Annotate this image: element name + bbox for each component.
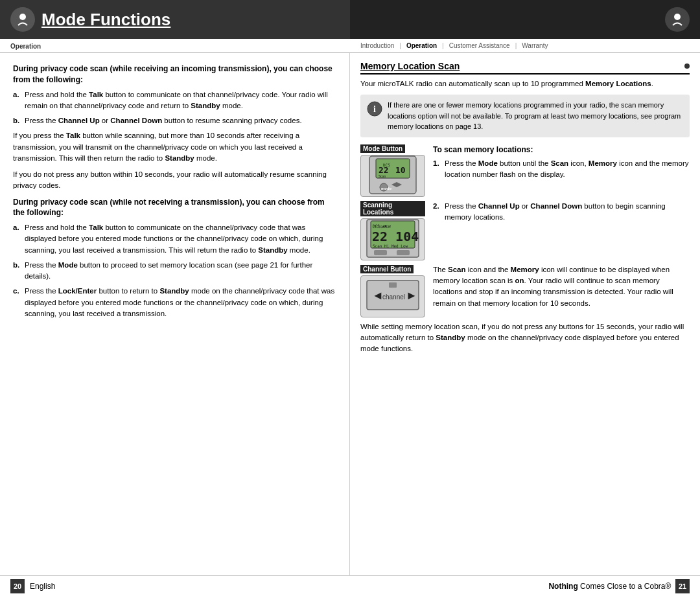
section-title-bar: Memory Location Scan (360, 61, 690, 74)
list-item-a2: a. Press and hold the Talk button to com… (13, 222, 336, 256)
right-column: Memory Location Scan Your microTALK radi… (350, 53, 700, 575)
svg-text:10: 10 (395, 165, 406, 175)
channel-button-image: ◄ channel ► (360, 275, 425, 317)
step-2-text: Press the Channel Up or Channel Down but… (445, 201, 690, 224)
header-right (350, 0, 700, 39)
list-item-c2: c. Press the Lock/Enter button to return… (13, 286, 336, 319)
svg-text:i: i (373, 104, 376, 114)
svg-point-1 (674, 14, 681, 20)
list-label-b2: b. (13, 260, 22, 282)
header-left: Mode Functions (0, 0, 350, 39)
step-2: 2. Press the Channel Up or Channel Down … (433, 201, 690, 224)
bold-heading-1: During privacy code scan (while receivin… (13, 63, 336, 86)
info-box-text: If there are one or fewer memory locatio… (388, 100, 683, 132)
page-number-left: 20 (10, 579, 25, 593)
list-label-c2: c. (13, 286, 22, 319)
step-1: 1. Press the Mode button until the Scan … (433, 158, 690, 181)
content-area: During privacy code scan (while receivin… (0, 53, 700, 575)
step2-text: 2. Press the Channel Up or Channel Down … (433, 201, 690, 260)
nav-warranty: Warranty (518, 42, 552, 49)
list-item-b1: b. Press the Channel Up or Channel Down … (13, 115, 336, 126)
nav-bar-right: Introduction | Operation | Customer Assi… (350, 42, 700, 49)
svg-rect-19 (397, 250, 410, 255)
scanning-device-col: Scanning Locations DCS ▲▼ ↕ CTCSS MEM 22… (360, 201, 425, 260)
list-label-a2: a. (13, 222, 22, 256)
svg-point-0 (19, 14, 26, 20)
scanning-locations-section: Scanning Locations DCS ▲▼ ↕ CTCSS MEM 22… (360, 201, 690, 260)
para-scan-on: The Scan icon and the Memory icon will c… (433, 264, 690, 309)
footer-tagline-bold: Nothing (548, 582, 578, 591)
list-item-a1: a. Press and hold the Talk button to com… (13, 89, 336, 112)
para-2: If you do not press any button within 10… (13, 169, 336, 192)
page-footer: 20 English Nothing Comes Close to a Cobr… (0, 575, 700, 596)
scanning-locations-image: DCS ▲▼ ↕ CTCSS MEM 22 104 Scan Hi Med Lo… (360, 218, 425, 260)
header-left-icon (10, 7, 35, 32)
footer-language: English (30, 582, 55, 591)
footer-tagline: Nothing Comes Close to a Cobra® (548, 582, 671, 591)
section-title: Memory Location Scan (360, 61, 460, 71)
nav-bar: Operation Introduction | Operation | Cus… (0, 39, 700, 53)
page-number-right: 21 (675, 579, 690, 593)
nav-label-left: Operation (10, 43, 41, 50)
svg-text:22 104: 22 104 (372, 229, 419, 244)
mode-button-image: DCS 22 10 Scan mode (360, 155, 425, 197)
header-title: Mode Functions (41, 10, 170, 30)
svg-text:channel: channel (382, 293, 405, 301)
list-text-c2: Press the Lock/Enter button to return to… (25, 286, 336, 319)
steps-heading: To scan memory locations: (433, 144, 690, 155)
list-text-a2: Press and hold the Talk button to commun… (25, 222, 336, 256)
info-box: i If there are one or fewer memory locat… (360, 95, 690, 137)
nav-operation: Operation (402, 42, 441, 49)
step-2-label: 2. (433, 201, 442, 224)
list-item-b2: b. Press the Mode button to proceed to s… (13, 260, 336, 282)
section-title-dot (684, 63, 690, 69)
channel-device-col: Channel Button ◄ channel ► (360, 264, 425, 317)
bold-heading-2: During privacy code scan (while not rece… (13, 197, 336, 219)
left-column: During privacy code scan (while receivin… (0, 53, 350, 575)
svg-text:Scan Hi Med Low: Scan Hi Med Low (373, 244, 408, 248)
mode-button-label: Mode Button (360, 144, 405, 153)
list-label-b1: b. (13, 115, 22, 126)
svg-rect-18 (374, 250, 387, 255)
list-text-b1: Press the Channel Up or Channel Down but… (25, 115, 336, 126)
svg-rect-24 (389, 282, 397, 288)
nav-bar-left: Operation (0, 41, 350, 51)
svg-text:Scan: Scan (379, 174, 386, 178)
scan-on-text: The Scan icon and the Memory icon will c… (433, 264, 690, 317)
step-1-label: 1. (433, 158, 442, 181)
page-header: Mode Functions (0, 0, 700, 39)
step1-text: To scan memory locations: 1. Press the M… (433, 144, 690, 197)
step-1-text: Press the Mode button until the Scan ico… (445, 158, 690, 181)
mode-button-device-col: Mode Button DCS 22 10 Scan mode (360, 144, 425, 197)
list-text-b2: Press the Mode button to proceed to set … (25, 260, 336, 282)
mode-button-section: Mode Button DCS 22 10 Scan mode (360, 144, 690, 197)
info-icon: i (367, 101, 382, 117)
para-1: If you press the Talk button while scann… (13, 130, 336, 164)
nav-introduction: Introduction (356, 42, 398, 49)
footer-right: Nothing Comes Close to a Cobra® 21 (350, 579, 700, 593)
footer-left: 20 English (0, 579, 350, 593)
svg-text:22: 22 (379, 165, 389, 175)
intro-para: Your microTALK radio can automatically s… (360, 78, 690, 89)
header-right-icon (665, 7, 690, 32)
svg-text:►: ► (406, 289, 417, 302)
channel-button-label: Channel Button (360, 265, 414, 273)
footer-tagline-rest: Comes Close to a Cobra® (578, 582, 671, 591)
nav-customer-assistance: Customer Assistance (445, 42, 514, 49)
scanning-locations-label: Scanning Locations (360, 201, 425, 216)
list-text-a1: Press and hold the Talk button to commun… (25, 89, 336, 112)
para-final: While setting memory location scan, if y… (360, 321, 690, 355)
list-label-a1: a. (13, 89, 22, 112)
svg-text:mode: mode (381, 187, 392, 190)
channel-button-section: Channel Button ◄ channel ► The Scan ico (360, 264, 690, 317)
